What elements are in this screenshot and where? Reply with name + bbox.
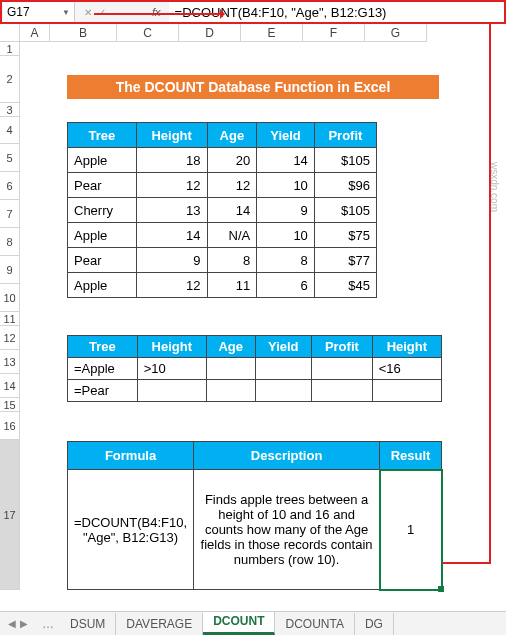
fill-handle[interactable]: [438, 586, 444, 592]
confirm-icon[interactable]: ✓: [98, 7, 106, 18]
data-cell: 14: [136, 223, 207, 248]
row-header-9[interactable]: 9: [0, 256, 19, 284]
criteria-cell: [311, 358, 372, 380]
data-cell: Apple: [68, 148, 137, 173]
criteria-header: Profit: [311, 336, 372, 358]
sheet-tab-dcounta[interactable]: DCOUNTA: [275, 613, 354, 635]
column-header-B[interactable]: B: [50, 24, 117, 41]
data-cell: 11: [207, 273, 257, 298]
column-header-C[interactable]: C: [117, 24, 179, 41]
data-header: Tree: [68, 123, 137, 148]
row-header-2[interactable]: 2: [0, 56, 19, 103]
watermark: wsxdn.com: [489, 162, 500, 212]
criteria-cell: =Apple: [68, 358, 138, 380]
row-header-14[interactable]: 14: [0, 374, 19, 398]
column-header-G[interactable]: G: [365, 24, 427, 41]
row-headers: 1234567891011121314151617: [0, 42, 20, 590]
header-description: Description: [194, 442, 380, 470]
data-header: Height: [136, 123, 207, 148]
criteria-header: Tree: [68, 336, 138, 358]
criteria-cell: =Pear: [68, 380, 138, 402]
row-header-11[interactable]: 11: [0, 312, 19, 326]
tab-nav-prev-icon[interactable]: ◀: [8, 618, 16, 629]
data-cell: 10: [257, 173, 315, 198]
criteria-cell: <16: [372, 358, 441, 380]
sheet-tabs-bar: ◀ ▶ …DSUMDAVERAGEDCOUNTDCOUNTADG: [0, 611, 506, 635]
fx-icon[interactable]: fx: [152, 6, 169, 18]
chevron-down-icon[interactable]: ▼: [62, 8, 70, 17]
data-cell: 9: [257, 198, 315, 223]
data-cell: 6: [257, 273, 315, 298]
header-formula: Formula: [68, 442, 194, 470]
result-description: Finds apple trees between a height of 10…: [194, 470, 380, 590]
criteria-cell: [206, 380, 255, 402]
row-header-15[interactable]: 15: [0, 398, 19, 412]
criteria-cell: [255, 358, 311, 380]
result-table: Formula Description Result =DCOUNT(B4:F1…: [67, 441, 442, 590]
data-cell: Pear: [68, 248, 137, 273]
data-cell: 14: [257, 148, 315, 173]
data-cell: $77: [314, 248, 376, 273]
row-header-1[interactable]: 1: [0, 42, 19, 56]
name-box[interactable]: G17 ▼: [3, 2, 75, 22]
spreadsheet-content[interactable]: The DCOUNT Database Function in Excel Tr…: [20, 42, 506, 590]
sheet-tab-dg[interactable]: DG: [355, 613, 394, 635]
data-cell: $45: [314, 273, 376, 298]
header-result: Result: [380, 442, 442, 470]
row-header-6[interactable]: 6: [0, 172, 19, 200]
formula-input[interactable]: =DCOUNT(B4:F10, "Age", B12:G13): [169, 2, 504, 22]
sheet-tab-dcount[interactable]: DCOUNT: [203, 612, 275, 635]
column-header-F[interactable]: F: [303, 24, 365, 41]
data-cell: 12: [136, 173, 207, 198]
result-value-cell[interactable]: 1: [380, 470, 442, 590]
select-all-corner[interactable]: [0, 24, 20, 42]
cancel-icon[interactable]: ✕: [84, 7, 92, 18]
data-cell: Pear: [68, 173, 137, 198]
data-cell: Cherry: [68, 198, 137, 223]
formula-text: =DCOUNT(B4:F10, "Age", B12:G13): [175, 5, 387, 20]
tab-nav: ◀ ▶: [0, 618, 36, 629]
sheet-tab-daverage[interactable]: DAVERAGE: [116, 613, 203, 635]
column-headers: ABCDEFG: [20, 24, 427, 42]
row-header-5[interactable]: 5: [0, 144, 19, 172]
row-header-17[interactable]: 17: [0, 440, 19, 590]
column-header-D[interactable]: D: [179, 24, 241, 41]
data-cell: 13: [136, 198, 207, 223]
data-cell: $96: [314, 173, 376, 198]
data-cell: N/A: [207, 223, 257, 248]
data-cell: Apple: [68, 223, 137, 248]
result-formula: =DCOUNT(B4:F10, "Age", B12:G13): [68, 470, 194, 590]
data-table: TreeHeightAgeYieldProfitApple182014$105P…: [67, 122, 377, 298]
row-header-10[interactable]: 10: [0, 284, 19, 312]
data-cell: $75: [314, 223, 376, 248]
data-header: Yield: [257, 123, 315, 148]
data-cell: 18: [136, 148, 207, 173]
row-header-8[interactable]: 8: [0, 228, 19, 256]
tab-nav-next-icon[interactable]: ▶: [20, 618, 28, 629]
criteria-header: Height: [372, 336, 441, 358]
page-title: The DCOUNT Database Function in Excel: [67, 75, 439, 99]
data-cell: 12: [207, 173, 257, 198]
criteria-table: TreeHeightAgeYieldProfitHeight=Apple>10<…: [67, 335, 442, 402]
data-header: Age: [207, 123, 257, 148]
data-cell: 8: [257, 248, 315, 273]
row-header-16[interactable]: 16: [0, 412, 19, 440]
row-header-13[interactable]: 13: [0, 350, 19, 374]
row-header-12[interactable]: 12: [0, 326, 19, 350]
column-header-A[interactable]: A: [20, 24, 50, 41]
data-cell: 8: [207, 248, 257, 273]
arrow-annotation: [94, 13, 224, 15]
data-cell: 9: [136, 248, 207, 273]
row-header-4[interactable]: 4: [0, 117, 19, 144]
row-header-7[interactable]: 7: [0, 200, 19, 228]
data-cell: 12: [136, 273, 207, 298]
sheet-tab-dsum[interactable]: DSUM: [60, 613, 116, 635]
criteria-header: Height: [137, 336, 206, 358]
row-header-3[interactable]: 3: [0, 103, 19, 117]
result-value: 1: [407, 522, 414, 537]
data-header: Profit: [314, 123, 376, 148]
column-header-E[interactable]: E: [241, 24, 303, 41]
formula-bar: G17 ▼ ✕ ✓ fx =DCOUNT(B4:F10, "Age", B12:…: [0, 0, 506, 24]
data-cell: Apple: [68, 273, 137, 298]
data-cell: 20: [207, 148, 257, 173]
